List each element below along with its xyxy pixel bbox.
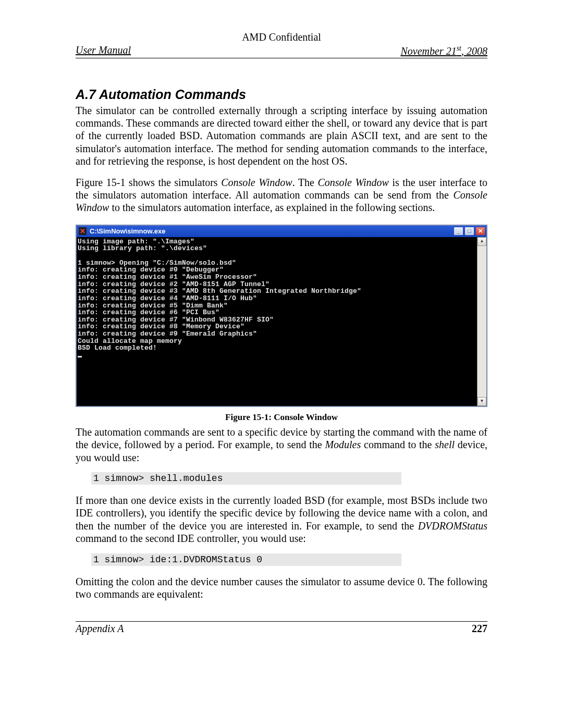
- header-left: User Manual: [76, 44, 131, 57]
- p2-b: Console Window: [221, 177, 292, 188]
- page: AMD Confidential User Manual November 21…: [0, 0, 563, 728]
- code-example-2: 1 simnow> ide:1.DVDROMStatus 0: [91, 553, 401, 566]
- scroll-up-button[interactable]: ▲: [478, 237, 486, 246]
- p2-c: . The: [292, 177, 318, 188]
- confidential-label: AMD Confidential: [76, 31, 487, 43]
- p3-c: command to the: [361, 439, 435, 450]
- maximize-button[interactable]: □: [464, 227, 474, 236]
- console-cursor: [78, 356, 82, 357]
- scrollbar-vertical[interactable]: ▲ ▼: [477, 237, 486, 406]
- p4-b: DVDROMStatus: [418, 520, 487, 532]
- p4-c: command to the second IDE controller, yo…: [76, 533, 306, 544]
- window-titlebar: ✕ C:\SimNow\simnow.exe _ □ ✕: [77, 226, 486, 237]
- paragraph-2: Figure 15-1 shows the simulators Console…: [76, 176, 487, 214]
- scroll-track[interactable]: [478, 246, 486, 397]
- window-title: C:\SimNow\simnow.exe: [90, 228, 452, 235]
- paragraph-4: If more than one device exists in the cu…: [76, 494, 487, 545]
- paragraph-1: The simulator can be controlled external…: [76, 104, 487, 168]
- p2-d: Console Window: [317, 177, 389, 188]
- minimize-button[interactable]: _: [454, 227, 463, 236]
- figure-caption: Figure 15-1: Console Window: [76, 412, 487, 423]
- header-date-prefix: November 21: [400, 45, 456, 57]
- console-window: ✕ C:\SimNow\simnow.exe _ □ ✕ Using image…: [76, 225, 487, 407]
- page-number: 227: [472, 623, 487, 635]
- footer-left: Appendix A: [76, 623, 124, 635]
- header-date-suffix: , 2008: [461, 45, 487, 57]
- scroll-down-button[interactable]: ▼: [478, 397, 486, 406]
- header-right: November 21st, 2008: [400, 44, 487, 57]
- code-example-1: 1 simnow> shell.modules: [91, 472, 401, 485]
- p2-a: Figure 15-1 shows the simulators: [76, 177, 221, 188]
- console-output: Using image path: ".\Images" Using libra…: [77, 237, 477, 406]
- close-button[interactable]: ✕: [475, 227, 485, 236]
- p3-d: shell: [435, 439, 455, 450]
- paragraph-3: The automation commands are sent to a sp…: [76, 426, 487, 464]
- app-icon: ✕: [79, 227, 87, 235]
- footer-row: Appendix A 227: [76, 622, 487, 635]
- p3-b: Modules: [325, 439, 361, 450]
- paragraph-5: Omitting the colon and the device number…: [76, 575, 487, 601]
- section-heading: A.7 Automation Commands: [76, 87, 487, 102]
- header-row: User Manual November 21st, 2008: [76, 44, 487, 58]
- header-date-sup: st: [457, 44, 461, 52]
- p2-g: to the simulators automation interface, …: [109, 202, 435, 213]
- console-body: Using image path: ".\Images" Using libra…: [77, 237, 486, 406]
